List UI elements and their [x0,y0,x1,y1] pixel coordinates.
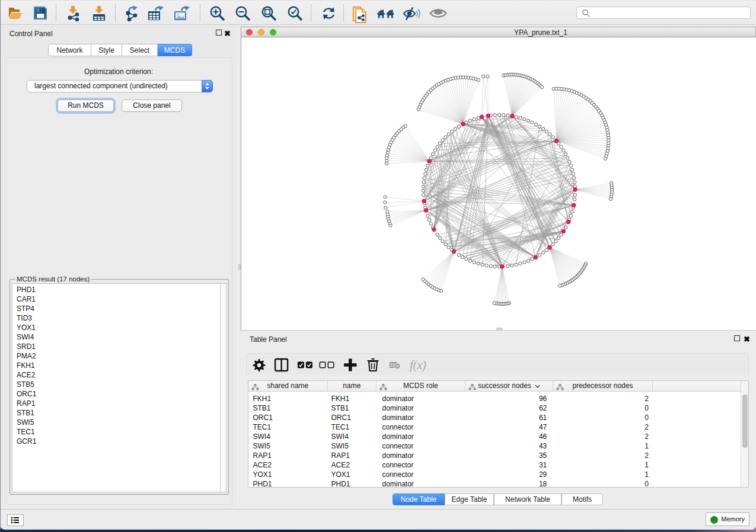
svg-text:f(x): f(x) [410,358,426,372]
